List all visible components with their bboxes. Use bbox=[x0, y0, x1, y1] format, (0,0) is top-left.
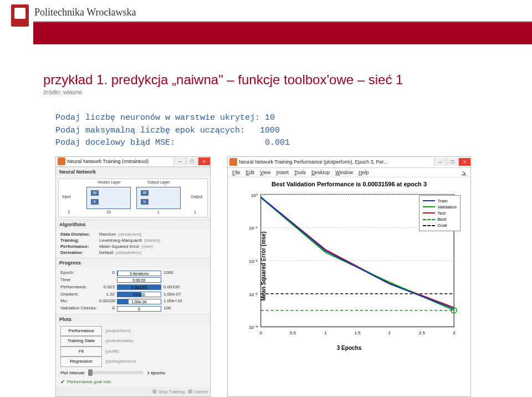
cancel-icon bbox=[188, 389, 192, 394]
prompt-neurons-value: 10 bbox=[265, 113, 275, 123]
progress-bar: 0:00:02 bbox=[117, 277, 161, 283]
svg-text:2.5: 2.5 bbox=[419, 330, 426, 335]
perf-titlebar[interactable]: Neural Network Training Performance (plo… bbox=[228, 157, 470, 168]
matlab-icon bbox=[229, 158, 237, 166]
training-state-button[interactable]: Training State bbox=[60, 336, 102, 346]
plot-row: Regression(plotregression) bbox=[60, 357, 206, 367]
progress-table: Epoch:03 iterations1000 Time:0:00:02 Per… bbox=[56, 267, 210, 314]
header-band bbox=[33, 22, 532, 44]
menu-desktop[interactable]: Desktop bbox=[311, 170, 330, 175]
nn-out-size: 1 bbox=[157, 210, 160, 214]
stop-icon bbox=[152, 389, 157, 394]
university-logo bbox=[11, 4, 29, 27]
minimize-button[interactable]: – bbox=[434, 158, 446, 166]
section-plots: Plots bbox=[56, 314, 210, 324]
plot-interval-label: Plot Interval: bbox=[60, 370, 85, 375]
plotperform-window: Neural Network Training Performance (plo… bbox=[227, 156, 471, 397]
svg-text:0: 0 bbox=[260, 330, 263, 335]
regression-button[interactable]: Regression bbox=[60, 357, 102, 367]
svg-text:1: 1 bbox=[324, 330, 327, 335]
plot-interval-slider[interactable] bbox=[88, 371, 144, 374]
legend-swatch bbox=[423, 225, 435, 226]
nn-hidden-label: Hidden Layer bbox=[98, 180, 121, 184]
algo-row: Performance:Mean Squared Error(mse) bbox=[60, 243, 206, 250]
section-algorithms: Algorithms bbox=[56, 220, 210, 229]
slide-source: źródło: własne bbox=[43, 89, 532, 95]
slide-title: przykład 1. predykcja „naiwna" – funkcje… bbox=[43, 72, 532, 88]
menu-file[interactable]: File bbox=[232, 170, 241, 175]
nn-out-out: 1 bbox=[194, 210, 196, 214]
perf-plot-area: Mean Squared Error (mse) 10⁰ 10⁻¹ 10⁻² 1… bbox=[228, 189, 470, 344]
progress-bar: 0.000352 bbox=[117, 284, 161, 290]
svg-text:3: 3 bbox=[453, 330, 456, 335]
nntraintool-window: Neural Network Training (nntraintool) – … bbox=[55, 156, 211, 397]
prompt-mse-label: Podaj docelowy błąd MSE: bbox=[55, 138, 175, 147]
legend-swatch bbox=[423, 200, 435, 201]
fit-button[interactable]: Fit bbox=[60, 347, 102, 357]
menu-help[interactable]: Help bbox=[359, 170, 369, 175]
svg-text:10⁻²: 10⁻² bbox=[249, 259, 258, 264]
close-button[interactable]: × bbox=[198, 157, 210, 165]
tool-window-title: Neural Network Training (nntraintool) bbox=[67, 159, 173, 164]
progress-bar: 3 iterations bbox=[117, 271, 161, 276]
minimize-button[interactable]: – bbox=[173, 157, 186, 165]
perf-window-title: Neural Network Training Performance (plo… bbox=[239, 159, 434, 165]
algo-row: Training:Levenberg-Marquardt(trainlm) bbox=[60, 237, 206, 243]
nn-w2: W bbox=[141, 190, 149, 196]
nn-b1: b bbox=[91, 199, 99, 205]
nn-w1: W bbox=[91, 190, 99, 196]
svg-text:10⁰: 10⁰ bbox=[251, 192, 258, 197]
plot-row: Performance(plotperform) bbox=[60, 326, 206, 336]
plot-interval-value: 1 epochs bbox=[147, 370, 165, 375]
perf-legend: Train Validation Test Best Goal bbox=[419, 195, 461, 232]
progress-row: Gradient:1.320.01201.00e-07 bbox=[60, 291, 206, 298]
section-neural-network: Neural Network bbox=[56, 167, 210, 176]
menu-window[interactable]: Window bbox=[335, 170, 353, 175]
progress-row: Validation Checks:00100 bbox=[60, 305, 206, 312]
svg-text:0.5: 0.5 bbox=[290, 330, 296, 335]
progress-row: Performance:0.8230.0003520.00100 bbox=[60, 284, 206, 291]
menu-insert[interactable]: Insert bbox=[276, 170, 289, 175]
menu-edit[interactable]: Edit bbox=[246, 170, 255, 175]
plot-row: Training State(plottrainstate) bbox=[60, 336, 206, 346]
cancel-button[interactable]: Cancel bbox=[188, 389, 208, 394]
plot-row: Fit(plotfit) bbox=[60, 347, 206, 357]
menu-tools[interactable]: Tools bbox=[294, 170, 306, 175]
figure-menubar: File Edit View Insert Tools Desktop Wind… bbox=[228, 168, 470, 177]
legend-swatch bbox=[423, 212, 435, 213]
close-button[interactable]: × bbox=[458, 158, 470, 166]
prompt-epochs-label: Podaj maksymalną liczbę epok uczących: bbox=[55, 126, 245, 135]
section-progress: Progress bbox=[56, 258, 210, 267]
progress-row: Epoch:03 iterations1000 bbox=[60, 269, 206, 277]
algo-table: Data Division:Random(dividerand) Trainin… bbox=[56, 229, 210, 258]
progress-row: Mu:0.001001.00e-061.00e+10 bbox=[60, 298, 206, 305]
nn-hidden-size: 10 bbox=[106, 210, 111, 214]
panels-row: Neural Network Training (nntraintool) – … bbox=[55, 156, 532, 397]
goal-met-message: ✔ Performance goal met. bbox=[56, 376, 210, 387]
maximize-button[interactable]: □ bbox=[186, 157, 198, 165]
progress-row: Time:0:00:02 bbox=[60, 277, 206, 284]
nn-in-size: 3 bbox=[68, 210, 70, 214]
check-icon: ✔ bbox=[60, 379, 65, 385]
plots-table: Performance(plotperform) Training State(… bbox=[56, 324, 210, 369]
prompt-epochs-value: 1000 bbox=[260, 126, 280, 135]
algo-row: Derivative:Default(defaultderiv) bbox=[60, 250, 206, 256]
progress-bar: 0.0120 bbox=[117, 292, 161, 297]
performance-button[interactable]: Performance bbox=[60, 326, 102, 336]
svg-text:10⁻¹: 10⁻¹ bbox=[249, 226, 258, 231]
title-block: przykład 1. predykcja „naiwna" – funkcje… bbox=[43, 72, 532, 95]
nn-outputlayer-label: Output Layer bbox=[147, 180, 170, 184]
code-block: Podaj liczbę neuronów w warstwie ukrytej… bbox=[55, 112, 532, 150]
prompt-mse-value: 0.001 bbox=[265, 138, 290, 147]
algo-row: Data Division:Random(dividerand) bbox=[60, 231, 206, 237]
maximize-button[interactable]: □ bbox=[446, 158, 458, 166]
menu-view[interactable]: View bbox=[260, 170, 270, 175]
perf-chart-title: Best Validation Performance is 0.0003159… bbox=[228, 177, 470, 189]
toolbar-toggle-icon[interactable]: ↘ bbox=[462, 170, 466, 175]
svg-text:1.5: 1.5 bbox=[354, 330, 361, 335]
tool-titlebar[interactable]: Neural Network Training (nntraintool) – … bbox=[56, 157, 210, 167]
stop-training-button[interactable]: Stop Training bbox=[152, 389, 185, 394]
slide-header: Politechnika Wrocławska bbox=[0, 0, 532, 39]
perf-xlabel: 3 Epochs bbox=[228, 344, 470, 354]
plot-interval-row: Plot Interval: 1 epochs bbox=[56, 369, 210, 376]
